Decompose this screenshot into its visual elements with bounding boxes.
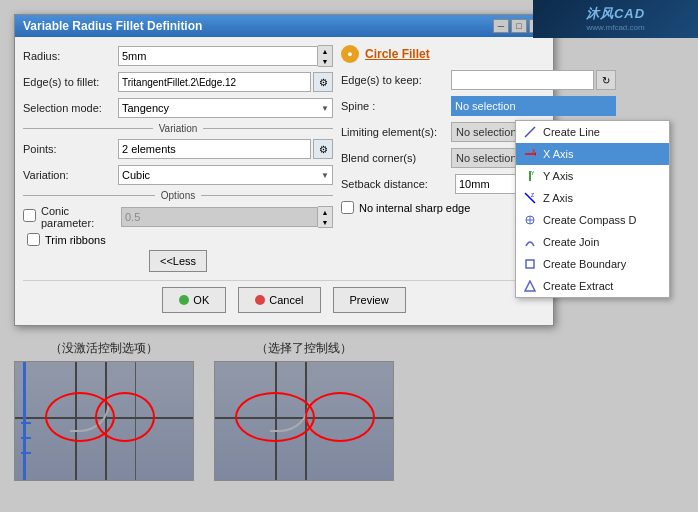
z-axis-icon: Z — [522, 190, 538, 206]
extract-icon — [522, 278, 538, 294]
conic-checkbox[interactable] — [23, 209, 36, 222]
no-internal-label: No internal sharp edge — [359, 202, 470, 214]
caption-1: （没激活控制选项） — [50, 340, 158, 357]
conic-row: Conic parameter: ▲ ▼ — [23, 205, 333, 229]
edges-icon-btn[interactable]: ⚙ — [313, 72, 333, 92]
ok-button[interactable]: OK — [162, 287, 226, 313]
watermark-brand: 沐风CAD — [586, 5, 645, 23]
radius-field-container: ▲ ▼ — [118, 45, 333, 67]
variation-line-left — [23, 128, 153, 129]
y-axis-icon: Y — [522, 168, 538, 184]
variation-divider: Variation — [23, 123, 333, 134]
spine-selection-box[interactable]: No selection — [451, 96, 616, 116]
watermark: 沐风CAD www.mfcad.com — [533, 0, 698, 38]
bottom-area: （没激活控制选项） （选择了控制线） — [14, 340, 554, 481]
options-section-label: Options — [155, 190, 201, 201]
join-icon — [522, 234, 538, 250]
left-panel: Radius: ▲ ▼ Edge(s) to fillet: Tritangen… — [23, 45, 333, 276]
selection-mode-row: Selection mode: Tangency ▼ — [23, 97, 333, 119]
options-line-left — [23, 195, 155, 196]
preview-label: Preview — [350, 294, 389, 306]
variation-line-right — [203, 128, 333, 129]
x-axis-icon: X — [522, 146, 538, 162]
radius-up[interactable]: ▲ — [318, 46, 332, 56]
trim-ribbons-label: Trim ribbons — [45, 234, 106, 246]
conic-up[interactable]: ▲ — [318, 207, 332, 217]
ok-label: OK — [193, 294, 209, 306]
svg-line-0 — [525, 127, 535, 137]
trim-ribbons-row: Trim ribbons — [27, 233, 333, 246]
setback-label: Setback distance: — [341, 178, 451, 190]
edges-keep-row: Edge(s) to keep: ↻ — [341, 69, 616, 91]
chevron-down-icon: ▼ — [321, 104, 329, 113]
edges-keep-container: ↻ — [451, 70, 616, 90]
svg-text:Y: Y — [531, 170, 535, 176]
radius-down[interactable]: ▼ — [318, 56, 332, 66]
conic-input[interactable] — [121, 207, 318, 227]
z-axis-label: Z Axis — [543, 192, 573, 204]
edges-keep-refresh-btn[interactable]: ↻ — [596, 70, 616, 90]
menu-item-create-line[interactable]: Create Line — [516, 121, 669, 143]
dialog-footer: OK Cancel Preview — [23, 280, 545, 317]
radius-input[interactable] — [118, 46, 318, 66]
menu-item-create-join[interactable]: Create Join — [516, 231, 669, 253]
menu-item-y-axis[interactable]: Y Y Axis — [516, 165, 669, 187]
edges-input[interactable]: TritangentFillet.2\Edge.12 — [118, 72, 311, 92]
edges-keep-input[interactable] — [451, 70, 594, 90]
less-btn-container: <<Less — [23, 250, 333, 272]
radius-row: Radius: ▲ ▼ — [23, 45, 333, 67]
conic-checkbox-row — [23, 209, 41, 222]
less-button[interactable]: <<Less — [149, 250, 207, 272]
conic-spinner: ▲ ▼ — [318, 206, 333, 228]
cancel-label: Cancel — [269, 294, 303, 306]
bottom-image-1 — [14, 361, 194, 481]
menu-item-x-axis[interactable]: X X Axis — [516, 143, 669, 165]
create-join-label: Create Join — [543, 236, 599, 248]
dialog-body: Radius: ▲ ▼ Edge(s) to fillet: Tritangen… — [15, 37, 553, 325]
conic-down[interactable]: ▼ — [318, 217, 332, 227]
create-extract-label: Create Extract — [543, 280, 613, 292]
radius-label: Radius: — [23, 50, 118, 62]
circle-fillet-label[interactable]: Circle Fillet — [365, 47, 430, 61]
spine-label: Spine : — [341, 100, 451, 112]
selection-mode-dropdown[interactable]: Tangency ▼ — [118, 98, 333, 118]
selection-mode-label: Selection mode: — [23, 102, 118, 114]
minimize-button[interactable]: ─ — [493, 19, 509, 33]
caption-2: （选择了控制线） — [256, 340, 352, 357]
trim-ribbons-checkbox[interactable] — [27, 233, 40, 246]
watermark-url: www.mfcad.com — [586, 23, 644, 33]
edges-to-fillet-row: Edge(s) to fillet: TritangentFillet.2\Ed… — [23, 71, 333, 93]
image-container-1: （没激活控制选项） — [14, 340, 194, 481]
spine-no-selection: No selection — [455, 100, 516, 112]
menu-item-create-extract[interactable]: Create Extract — [516, 275, 669, 297]
line-icon — [522, 124, 538, 140]
svg-marker-12 — [525, 281, 535, 291]
circle-fillet-icon: ● — [341, 45, 359, 63]
cancel-button[interactable]: Cancel — [238, 287, 320, 313]
selection-mode-value: Tangency — [122, 102, 169, 114]
create-boundary-label: Create Boundary — [543, 258, 626, 270]
variation-dropdown[interactable]: Cubic ▼ — [118, 165, 333, 185]
boundary-icon — [522, 256, 538, 272]
limiting-no-selection: No selection — [456, 126, 517, 138]
no-internal-checkbox[interactable] — [341, 201, 354, 214]
create-line-label: Create Line — [543, 126, 600, 138]
preview-button[interactable]: Preview — [333, 287, 406, 313]
menu-item-create-boundary[interactable]: Create Boundary — [516, 253, 669, 275]
restore-button[interactable]: □ — [511, 19, 527, 33]
variation-label: Variation: — [23, 169, 118, 181]
menu-item-create-compass[interactable]: Create Compass D — [516, 209, 669, 231]
context-menu: Create Line X X Axis Y Y Axis Z Z Axis — [515, 120, 670, 298]
points-input[interactable]: 2 elements — [118, 139, 311, 159]
edges-label: Edge(s) to fillet: — [23, 76, 118, 88]
ok-green-icon — [179, 295, 189, 305]
red-ellipse-2b — [305, 392, 375, 442]
variation-row: Variation: Cubic ▼ — [23, 164, 333, 186]
points-row: Points: 2 elements ⚙ — [23, 138, 333, 160]
menu-item-z-axis[interactable]: Z Z Axis — [516, 187, 669, 209]
x-axis-label: X Axis — [543, 148, 574, 160]
dialog-columns: Radius: ▲ ▼ Edge(s) to fillet: Tritangen… — [23, 45, 545, 276]
create-compass-label: Create Compass D — [543, 214, 637, 226]
points-icon-btn[interactable]: ⚙ — [313, 139, 333, 159]
red-ellipse-2a — [235, 392, 315, 442]
